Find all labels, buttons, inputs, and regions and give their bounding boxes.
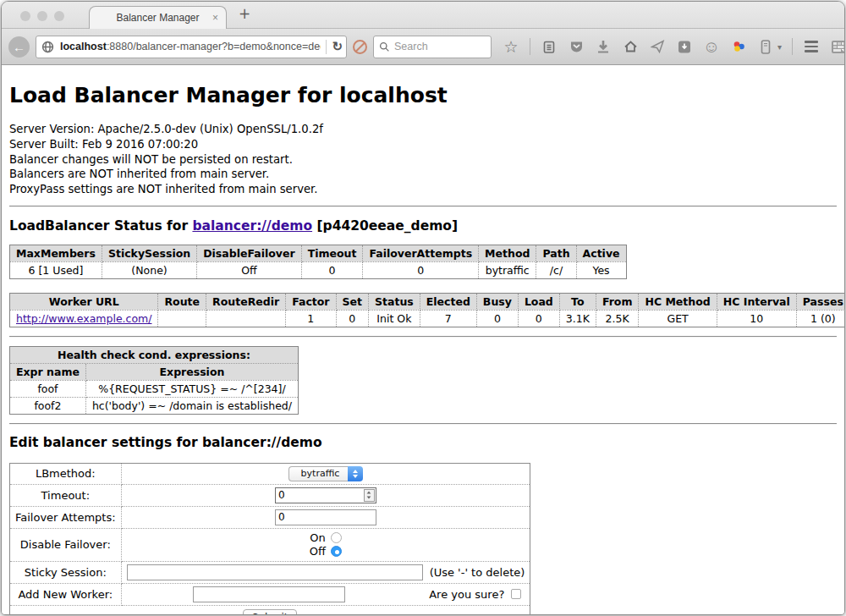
col-hc-method: HC Method <box>639 293 717 310</box>
cell-routeredir <box>206 310 286 327</box>
col-expression: Expression <box>85 363 298 380</box>
lbmethod-cell: bytraffic <box>121 463 530 484</box>
add-worker-label: Add New Worker: <box>10 583 122 605</box>
cell-stickysession: (None) <box>102 261 196 278</box>
cell-factor: 1 <box>286 310 336 327</box>
status-heading-prefix: LoadBalancer Status for <box>9 218 192 234</box>
inherit-notice-line: Balancers are NOT inherited from main se… <box>9 167 837 182</box>
save-page-icon[interactable] <box>676 38 693 55</box>
window-controls[interactable] <box>20 11 64 21</box>
health-title-row: Health check cond. expressions: <box>10 346 299 363</box>
col-to: To <box>559 293 596 310</box>
section-divider-1 <box>9 206 837 207</box>
form-row-sticky: Sticky Session: (Use '-' to delete) <box>10 561 530 583</box>
search-placeholder: Search <box>394 41 428 52</box>
col-factor: Factor <box>286 293 336 310</box>
url-domain: localhost <box>60 41 107 52</box>
form-row-disable-failover: Disable Failover: On Off <box>10 528 530 561</box>
col-set: Set <box>336 293 368 310</box>
back-button[interactable]: ← <box>8 36 30 58</box>
globe-icon <box>41 41 54 53</box>
tab-close-icon[interactable]: × <box>212 12 218 24</box>
hamburger-menu-icon[interactable] <box>803 38 820 55</box>
cell-method: bytraffic <box>479 261 536 278</box>
tiles-addon-icon[interactable] <box>830 38 845 55</box>
close-window-button[interactable] <box>20 11 30 21</box>
cell-worker-url: http://www.example.com/ <box>10 310 158 327</box>
content-blocker-icon[interactable] <box>353 40 367 54</box>
home-icon[interactable] <box>622 38 639 55</box>
cell-maxmembers: 6 [1 Used] <box>10 261 102 278</box>
send-tab-icon[interactable] <box>649 38 666 55</box>
reload-icon[interactable]: ↻ <box>332 39 343 54</box>
col-maxmembers: MaxMembers <box>10 245 102 261</box>
col-disablefailover: DisableFailover <box>197 245 301 261</box>
balancer-settings-table: MaxMembers StickySession DisableFailover… <box>9 245 627 279</box>
minimize-window-button[interactable] <box>37 11 47 21</box>
downloads-icon[interactable] <box>595 38 612 55</box>
number-spinner-icon[interactable] <box>364 489 375 502</box>
disable-failover-cell: On Off <box>121 528 530 561</box>
sidebar-addon-icon[interactable] <box>757 38 774 55</box>
url-bar[interactable]: localhost:8880/balancer-manager?b=demo&n… <box>36 36 347 58</box>
overflow-caret-icon[interactable]: ▾ <box>777 42 782 52</box>
confirm-checkbox[interactable] <box>511 589 521 599</box>
feedback-smiley-icon[interactable]: ☺ <box>703 38 720 55</box>
cell-path: /c/ <box>536 261 576 278</box>
col-method: Method <box>479 245 536 261</box>
form-row-failover: Failover Attempts: <box>10 506 530 528</box>
colors-addon-icon[interactable] <box>730 38 747 55</box>
col-path: Path <box>536 245 576 261</box>
url-divider <box>326 40 327 54</box>
col-worker-url: Worker URL <box>10 293 158 310</box>
balancer-status-heading: LoadBalancer Status for balancer://demo … <box>9 218 837 234</box>
server-info: Server Version: Apache/2.5.0-dev (Unix) … <box>9 122 837 197</box>
health-table-title: Health check cond. expressions: <box>10 346 299 363</box>
col-elected: Elected <box>420 293 476 310</box>
disable-failover-label: Disable Failover: <box>10 528 122 561</box>
search-bar[interactable]: Search <box>373 36 492 58</box>
cell-expr-name: foof <box>10 380 86 397</box>
toolbar-divider <box>530 38 530 55</box>
search-icon <box>379 41 390 52</box>
health-check-table: Health check cond. expressions: Expr nam… <box>9 346 299 415</box>
worker-url-link[interactable]: http://www.example.com/ <box>16 312 151 325</box>
balancer-demo-link[interactable]: balancer://demo <box>192 218 312 234</box>
section-divider-3 <box>9 423 837 425</box>
timeout-input[interactable] <box>276 488 363 503</box>
new-tab-button[interactable]: + <box>239 5 250 22</box>
pocket-icon[interactable] <box>568 38 585 55</box>
zoom-window-button[interactable] <box>54 11 64 21</box>
cell-set: 0 <box>336 310 368 327</box>
cell-hc-method: GET <box>639 310 717 327</box>
col-busy: Busy <box>476 293 518 310</box>
toolbar-icons: ☆ ☺ ▾ <box>503 38 845 55</box>
add-worker-input[interactable] <box>193 586 345 602</box>
radio-on[interactable] <box>331 532 342 543</box>
submit-cell: Submit <box>10 605 530 614</box>
reading-list-icon[interactable] <box>541 38 558 55</box>
cell-from: 2.5K <box>596 310 639 327</box>
navigation-toolbar: ← localhost:8880/balancer-manager?b=demo… <box>2 28 844 65</box>
url-text[interactable]: localhost:8880/balancer-manager?b=demo&n… <box>60 41 321 52</box>
lbmethod-selected-value: bytraffic <box>288 466 349 481</box>
radio-off[interactable] <box>331 546 342 557</box>
cell-expression: %{REQUEST_STATUS} =~ /^[234]/ <box>85 380 298 397</box>
col-route: Route <box>158 293 206 310</box>
add-worker-cell: Are you sure? <box>121 583 530 605</box>
tab-balancer-manager[interactable]: Balancer Manager × <box>89 6 227 29</box>
failover-attempts-input[interactable] <box>275 509 376 525</box>
submit-button[interactable]: Submit <box>243 609 298 614</box>
sticky-session-input[interactable] <box>127 564 423 580</box>
cell-to: 3.1K <box>559 310 596 327</box>
col-timeout: Timeout <box>301 245 363 261</box>
cell-disablefailover: Off <box>197 261 301 278</box>
sticky-hint: (Use '-' to delete) <box>430 566 525 579</box>
bookmark-star-icon[interactable]: ☆ <box>503 38 519 55</box>
col-stickysession: StickySession <box>102 245 196 261</box>
lbmethod-select[interactable]: bytraffic <box>288 466 364 481</box>
col-passes: Passes <box>796 293 844 310</box>
col-expr-name: Expr name <box>10 363 86 380</box>
radio-off-label: Off <box>310 545 326 558</box>
url-path: :8880/balancer-manager?b=demo&nonce=decc… <box>107 41 321 52</box>
